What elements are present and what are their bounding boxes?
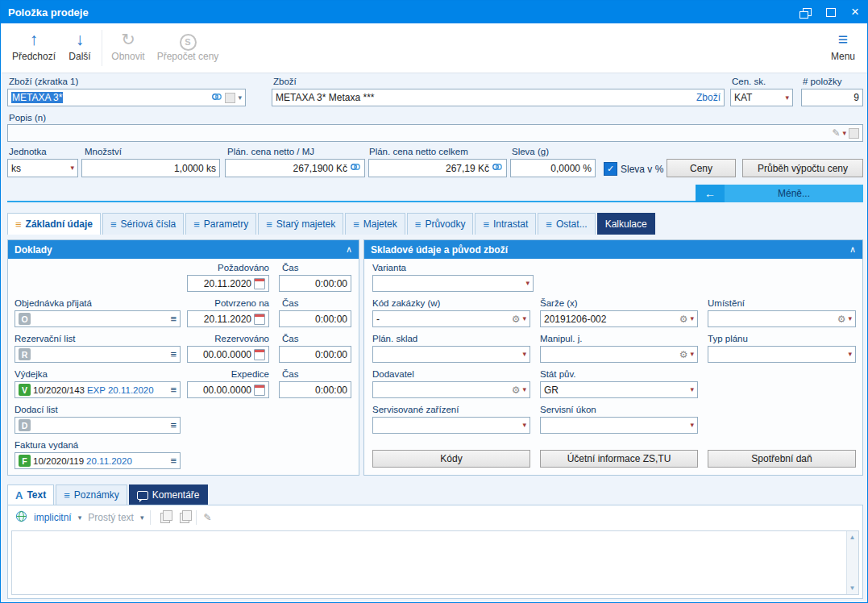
menu-button[interactable]: Menu bbox=[822, 28, 864, 62]
doklady-panel-header[interactable]: Doklady bbox=[8, 240, 359, 259]
calendar-icon[interactable] bbox=[254, 314, 265, 325]
restore-button[interactable] bbox=[795, 1, 819, 23]
dodaci-field[interactable]: D bbox=[15, 417, 181, 434]
expedice-time-field[interactable]: 0:00:00 bbox=[279, 381, 351, 398]
doc-link[interactable]: EXP 20.11.2020 bbox=[87, 385, 154, 395]
edit-icon[interactable] bbox=[203, 513, 211, 522]
spotrebni-dan-button[interactable]: Spotřební daň bbox=[708, 450, 856, 468]
maximize-button[interactable] bbox=[819, 1, 843, 23]
collapse-icon[interactable] bbox=[346, 244, 352, 255]
calendar-icon[interactable] bbox=[254, 385, 265, 396]
tab-zakladni-udaje[interactable]: Základní údaje bbox=[7, 213, 101, 235]
recalc-price-button[interactable]: S Přepočet ceny bbox=[153, 28, 222, 62]
vertical-scrollbar[interactable] bbox=[846, 531, 858, 594]
copy-icon[interactable] bbox=[160, 513, 170, 523]
faktura-field[interactable]: F 10/2020/119 20.11.2020 bbox=[15, 452, 181, 469]
tab-intrastat[interactable]: Intrastat bbox=[475, 213, 536, 235]
tab-komentare[interactable]: Komentáře bbox=[129, 484, 208, 505]
dropdown-icon[interactable] bbox=[848, 351, 852, 358]
rezervovano-time-field[interactable]: 0:00:00 bbox=[279, 346, 351, 363]
calendar-icon[interactable] bbox=[254, 278, 265, 289]
dropdown-icon[interactable] bbox=[140, 514, 144, 522]
tab-ostatni[interactable]: Ostat... bbox=[538, 213, 595, 235]
format-selector[interactable]: Prostý text bbox=[88, 512, 134, 523]
dropdown-icon[interactable] bbox=[522, 422, 526, 429]
popis-field[interactable] bbox=[7, 124, 863, 142]
edit-icon[interactable] bbox=[832, 128, 840, 138]
cena-mj-field[interactable]: 267,1900 Kč bbox=[225, 159, 365, 177]
serv-zarizeni-field[interactable] bbox=[372, 417, 530, 434]
dropdown-icon[interactable] bbox=[238, 94, 242, 102]
scroll-down-icon[interactable] bbox=[847, 583, 858, 593]
vydejka-field[interactable]: V 10/2020/143 EXP 20.11.2020 bbox=[15, 381, 181, 398]
gear-icon[interactable] bbox=[679, 314, 688, 324]
dropdown-icon[interactable] bbox=[522, 386, 526, 393]
scroll-up-icon[interactable] bbox=[847, 532, 858, 543]
language-selector[interactable]: implicitní bbox=[34, 512, 72, 523]
collapse-icon[interactable] bbox=[849, 244, 856, 255]
dropdown-icon[interactable] bbox=[690, 315, 694, 322]
doc-menu-icon[interactable] bbox=[170, 420, 177, 430]
manipul-field[interactable] bbox=[540, 346, 698, 363]
doc-menu-icon[interactable] bbox=[170, 455, 177, 466]
potvrzeno-time-field[interactable]: 0:00:00 bbox=[279, 310, 351, 327]
paste-icon[interactable] bbox=[180, 513, 189, 523]
rezervovano-date-field[interactable]: 00.00.0000 bbox=[187, 346, 269, 363]
text-content-area[interactable] bbox=[11, 530, 859, 595]
tab-stary-majetek[interactable]: Starý majetek bbox=[258, 213, 343, 235]
zbozi-link[interactable]: Zboží bbox=[696, 92, 721, 103]
refresh-button[interactable]: Obnovit bbox=[106, 28, 150, 62]
prubeh-vypoctu-ceny-button[interactable]: Průběh výpočtu ceny bbox=[742, 159, 863, 177]
dropdown-icon[interactable] bbox=[690, 351, 694, 358]
rezervacni-field[interactable]: R bbox=[15, 346, 181, 363]
umisteni-field[interactable] bbox=[708, 310, 856, 327]
dropdown-icon[interactable] bbox=[785, 94, 789, 102]
plan-sklad-field[interactable] bbox=[372, 346, 530, 363]
globe-icon[interactable] bbox=[15, 510, 27, 526]
gear-icon[interactable] bbox=[512, 385, 521, 395]
zbozi-field[interactable]: METAXA 3* Metaxa *** Zboží bbox=[272, 89, 725, 106]
tab-poznamky[interactable]: Poznámky bbox=[56, 484, 127, 505]
sleva-v-procentech-checkbox[interactable] bbox=[604, 162, 617, 176]
mnozstvi-field[interactable]: 1,0000 ks bbox=[81, 159, 220, 177]
doc-link[interactable]: 20.11.2020 bbox=[86, 456, 132, 466]
dropdown-icon[interactable] bbox=[70, 164, 74, 172]
sarze-field[interactable]: 20191206-002 bbox=[540, 310, 698, 327]
gear-icon[interactable] bbox=[679, 350, 688, 360]
sklad-panel-header[interactable]: Skladové údaje a původ zboží bbox=[364, 240, 862, 259]
varianta-field[interactable] bbox=[372, 275, 534, 292]
catalog-rings-icon[interactable] bbox=[211, 92, 222, 104]
gear-icon[interactable] bbox=[512, 314, 521, 324]
dropdown-icon[interactable] bbox=[525, 280, 530, 287]
tab-pruvodky[interactable]: Průvodky bbox=[407, 213, 474, 235]
doc-menu-icon[interactable] bbox=[170, 385, 177, 395]
tab-kalkulace[interactable]: Kalkulace bbox=[597, 213, 655, 235]
close-button[interactable] bbox=[843, 1, 867, 23]
potvrzeno-date-field[interactable]: 20.11.2020 bbox=[187, 310, 269, 327]
gear-icon[interactable] bbox=[837, 314, 846, 324]
jednotka-field[interactable]: ks bbox=[7, 159, 78, 177]
doc-menu-icon[interactable] bbox=[170, 349, 177, 360]
dropdown-icon[interactable] bbox=[690, 386, 694, 393]
ucetni-informace-button[interactable]: Účetní informace ZS,TU bbox=[540, 450, 698, 468]
pocet-field[interactable]: 9 bbox=[801, 89, 863, 106]
dropdown-icon[interactable] bbox=[78, 514, 82, 522]
sleva-field[interactable]: 0,0000 % bbox=[510, 159, 596, 177]
cen-sk-field[interactable]: KAT bbox=[730, 89, 793, 106]
dropdown-icon[interactable] bbox=[848, 315, 852, 322]
calendar-icon[interactable] bbox=[254, 349, 265, 360]
next-button[interactable]: Další bbox=[61, 28, 98, 62]
ceny-button[interactable]: Ceny bbox=[667, 159, 736, 177]
price-rings-icon[interactable] bbox=[350, 162, 361, 174]
pozadovano-date-field[interactable]: 20.11.2020 bbox=[187, 275, 269, 292]
expedice-date-field[interactable]: 00.00.0000 bbox=[187, 381, 269, 398]
dodavatel-field[interactable] bbox=[372, 381, 530, 398]
dropdown-icon[interactable] bbox=[522, 315, 526, 322]
prev-button[interactable]: Předchozí bbox=[8, 28, 60, 62]
kody-button[interactable]: Kódy bbox=[372, 450, 530, 468]
serv-ukon-field[interactable] bbox=[540, 417, 698, 434]
doc-menu-icon[interactable] bbox=[170, 314, 177, 324]
stat-puv-field[interactable]: GR bbox=[540, 381, 698, 398]
zbozi-short-field[interactable]: METAXA 3* bbox=[7, 89, 246, 106]
dropdown-icon[interactable] bbox=[842, 130, 846, 137]
